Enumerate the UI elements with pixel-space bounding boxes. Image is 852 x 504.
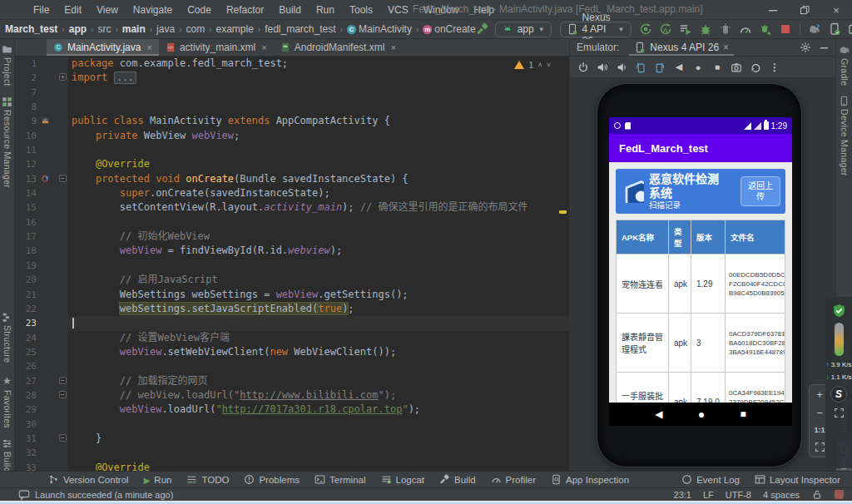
rotate-left-icon[interactable] xyxy=(634,61,647,74)
menu-code[interactable]: Code xyxy=(181,2,218,17)
tool-window-button-profiler[interactable]: Profiler xyxy=(491,474,536,485)
tool-window-button-layout-inspector[interactable]: Layout Inspector xyxy=(755,474,840,485)
tool-window-button-event-log[interactable]: Event Log xyxy=(681,474,740,485)
fold-marker[interactable]: − xyxy=(59,391,67,398)
s-launcher-icon[interactable]: S xyxy=(830,386,847,403)
code-line-23[interactable]: 23 xyxy=(15,316,569,330)
close-tab-icon[interactable]: × xyxy=(146,42,151,52)
emulator-settings-gear-icon[interactable] xyxy=(800,42,811,53)
lock-icon[interactable] xyxy=(811,489,823,501)
breadcrumb-item-oncreate[interactable]: monCreate xyxy=(423,23,475,35)
breadcrumb-item-src[interactable]: src xyxy=(97,23,111,35)
minimize-icon[interactable] xyxy=(757,0,789,20)
menu-file[interactable]: File xyxy=(27,2,56,17)
device-select[interactable]: Nexus 4 API 26▼ xyxy=(560,22,632,37)
breadcrumb-item-march_test[interactable]: March_test xyxy=(5,23,57,35)
tool-window-button-terminal[interactable]: Terminal xyxy=(315,474,365,485)
menu-vcs[interactable]: VCS xyxy=(381,2,415,17)
menu-build[interactable]: Build xyxy=(272,2,308,17)
hide-emulator-icon[interactable] xyxy=(820,43,829,52)
fold-marker[interactable]: − xyxy=(59,175,67,182)
line-ending[interactable]: LF xyxy=(703,490,714,500)
tool-stripe-structure[interactable]: Structure xyxy=(0,307,14,368)
code-line-19[interactable]: 19 xyxy=(15,259,569,273)
code-line-31[interactable]: 31− } xyxy=(15,432,569,446)
code-line-11[interactable]: 11 xyxy=(15,143,569,157)
emulator-device-tab[interactable]: Nexus 4 API 26 × xyxy=(627,39,736,56)
code-line-14[interactable]: 14 super.onCreate(savedInstanceState); xyxy=(15,186,569,200)
code-line-1[interactable]: 1package com.example.fedl_march_test; xyxy=(15,57,569,71)
caret-position[interactable]: 23:1 xyxy=(674,490,691,500)
scrollbar-warning-mark[interactable] xyxy=(559,210,567,214)
code-line-33[interactable]: 33 @Override xyxy=(15,461,569,471)
nav-home-icon[interactable]: ● xyxy=(698,408,705,421)
floating-status-widget[interactable]: ↑ 3.9 K/s ↓ 1.1 K/s S xyxy=(825,297,852,468)
apply-code-changes-icon[interactable]: A xyxy=(657,21,674,37)
code-line-21[interactable]: 21 WebSettings webSettings = webView.get… xyxy=(15,288,569,302)
menu-view[interactable]: View xyxy=(90,2,125,17)
nav-home-icon[interactable]: ● xyxy=(691,61,705,74)
code-line-24[interactable]: 24 // 设置WebView客户端 xyxy=(15,331,569,345)
breadcrumb-item-main[interactable]: main xyxy=(122,23,146,35)
breadcrumb-item-app[interactable]: app xyxy=(69,23,87,35)
more-icon[interactable]: ⋮ xyxy=(768,61,781,74)
inspection-widget[interactable]: 1 ˄ ˅ xyxy=(514,60,551,70)
tool-window-button-build[interactable]: Build xyxy=(439,474,476,485)
breadcrumb-item-com[interactable]: com xyxy=(186,23,205,35)
device-screen[interactable]: 1:29 FedL_March_test 恶意软件检测 系统 xyxy=(609,117,792,426)
run-icon[interactable] xyxy=(677,21,694,37)
code-line-12[interactable]: 12 @Override xyxy=(15,157,569,171)
tool-window-button-app-inspection[interactable]: App Inspection xyxy=(551,474,629,485)
tool-window-button-todo[interactable]: TODO xyxy=(186,474,229,485)
next-warning-icon[interactable]: ˅ xyxy=(547,61,551,69)
breadcrumb-item-java[interactable]: java xyxy=(156,23,175,35)
indent-setting[interactable]: 4 spaces xyxy=(763,490,800,500)
attach-debugger-icon[interactable] xyxy=(717,21,734,37)
nav-overview-icon[interactable]: ■ xyxy=(741,408,746,420)
tab-activity_main.xml[interactable]: </>activity_main.xml× xyxy=(159,39,274,56)
code-line-2[interactable]: 2+import ... xyxy=(15,71,569,85)
code-line-10[interactable]: 10 private WebView webView; xyxy=(15,129,569,143)
code-line-16[interactable]: 16 xyxy=(15,215,569,230)
restart-activity-icon[interactable] xyxy=(757,21,774,37)
tool-window-button-version-control[interactable]: Version Control xyxy=(48,474,129,485)
file-encoding[interactable]: UTF-8 xyxy=(726,490,751,500)
zoom-out-icon[interactable]: − xyxy=(816,408,823,418)
code-line-27[interactable]: 27− // 加载指定的网页 xyxy=(15,374,569,388)
frame-tool-icon[interactable] xyxy=(834,408,845,418)
tool-window-button-problems[interactable]: Problems xyxy=(244,474,300,485)
menu-tools[interactable]: Tools xyxy=(343,2,379,17)
fold-marker[interactable]: − xyxy=(59,434,67,442)
close-tab-icon[interactable]: × xyxy=(390,42,395,52)
menu-run[interactable]: Run xyxy=(310,2,341,17)
fold-marker[interactable]: − xyxy=(59,377,67,384)
fit-screen-icon[interactable] xyxy=(815,442,825,452)
tool-stripe-device-manager[interactable]: Device Manager xyxy=(836,91,852,181)
stop-icon[interactable] xyxy=(777,21,794,37)
breadcrumb-item-mainactivity[interactable]: CMainActivity xyxy=(347,23,412,35)
back-to-upload-button[interactable]: 返回上传 xyxy=(741,176,780,206)
code-line-15[interactable]: 15 setContentView(R.layout.activity_main… xyxy=(15,200,569,215)
code-line-28[interactable]: 28− // webView.loadUrl("http://www.bilib… xyxy=(15,388,569,403)
code-line-30[interactable]: 30 xyxy=(15,418,569,432)
zoom-reset-button[interactable]: 1:1 xyxy=(814,426,825,434)
device-manager-icon[interactable] xyxy=(826,21,843,37)
tool-stripe-gradle[interactable]: Gradle xyxy=(836,39,852,91)
code-line-22[interactable]: 22 webSettings.setJavaScriptEnabled(true… xyxy=(15,302,569,316)
sync-project-icon[interactable] xyxy=(806,21,823,37)
maximize-icon[interactable] xyxy=(789,0,820,20)
code-line-32[interactable]: 32 xyxy=(15,446,569,460)
fold-marker[interactable]: + xyxy=(59,73,67,81)
prev-warning-icon[interactable]: ˄ xyxy=(537,61,542,69)
code-line-26[interactable]: 26 xyxy=(15,359,569,373)
close-tab-icon[interactable]: × xyxy=(261,42,266,52)
profile-icon[interactable] xyxy=(737,21,754,37)
close-emulator-tab-icon[interactable]: × xyxy=(723,42,729,53)
close-icon[interactable]: × xyxy=(820,0,852,20)
tab-mainactivity.java[interactable]: CMainActivity.java× xyxy=(47,39,159,56)
tool-window-button-run[interactable]: ▶Run xyxy=(144,474,172,485)
status-message[interactable]: Launch succeeded (a minute ago) xyxy=(35,490,173,500)
menu-navigate[interactable]: Navigate xyxy=(126,2,179,17)
code-line-17[interactable]: 17 // 初始化WebView xyxy=(15,230,569,244)
code-line-13[interactable]: 13− protected void onCreate(Bundle saved… xyxy=(15,172,569,186)
